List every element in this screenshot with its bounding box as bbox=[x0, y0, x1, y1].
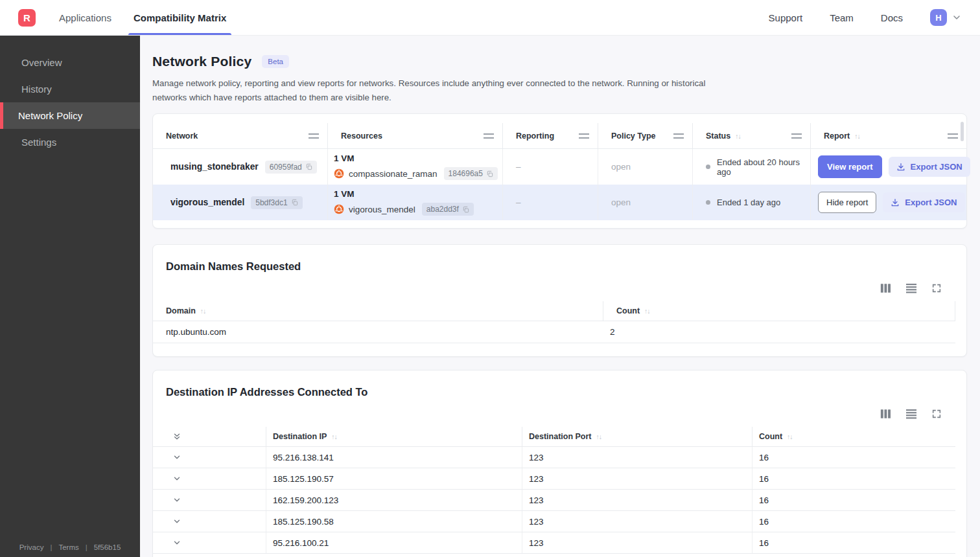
resource-name[interactable]: vigorous_mendel bbox=[349, 205, 415, 214]
copy-icon[interactable] bbox=[486, 170, 493, 177]
column-header-report[interactable]: Report bbox=[811, 123, 966, 148]
tab-applications[interactable]: Applications bbox=[54, 0, 117, 35]
ip-row[interactable]: 95.216.138.141 123 16 bbox=[153, 447, 955, 468]
chevron-down-icon[interactable] bbox=[172, 474, 181, 483]
ip-row[interactable]: 185.125.190.58 123 16 bbox=[153, 511, 955, 532]
column-header-domain[interactable]: Domain bbox=[153, 301, 603, 321]
column-resize-handle-icon[interactable] bbox=[948, 133, 958, 139]
column-header-network[interactable]: Network bbox=[153, 123, 328, 148]
network-id-badge[interactable]: 5bdf3dc1 bbox=[251, 196, 302, 209]
column-header-status[interactable]: Status bbox=[693, 123, 811, 148]
top-navbar: R Applications Compatibility Matrix Supp… bbox=[0, 0, 980, 36]
reporting-cell: – bbox=[503, 149, 598, 185]
hide-report-button[interactable]: Hide report bbox=[818, 192, 876, 213]
resource-name[interactable]: compassionate_raman bbox=[349, 169, 438, 179]
app-logo[interactable]: R bbox=[18, 9, 36, 27]
report-cell: Hide report Export JSON bbox=[811, 185, 974, 220]
user-menu[interactable]: H bbox=[930, 9, 962, 26]
sidebar-item-settings[interactable]: Settings bbox=[0, 129, 140, 155]
fullscreen-icon[interactable] bbox=[931, 409, 942, 419]
network-name: musing_stonebraker bbox=[166, 162, 259, 172]
sort-icon[interactable] bbox=[331, 433, 337, 440]
column-header-resources[interactable]: Resources bbox=[328, 123, 503, 148]
sidebar-item-history[interactable]: History bbox=[0, 76, 140, 102]
double-chevron-down-icon[interactable] bbox=[172, 432, 181, 441]
row-density-icon[interactable] bbox=[905, 409, 917, 419]
docs-link[interactable]: Docs bbox=[881, 12, 903, 23]
sort-icon[interactable] bbox=[854, 132, 860, 140]
column-resize-handle-icon[interactable] bbox=[579, 133, 589, 139]
chevron-down-icon[interactable] bbox=[172, 495, 181, 505]
chevron-down-icon[interactable] bbox=[172, 453, 181, 462]
copy-icon[interactable] bbox=[462, 206, 469, 213]
column-header-destination-ip[interactable]: Destination IP bbox=[266, 427, 522, 446]
resource-id-badge[interactable]: 184696a5 bbox=[444, 167, 498, 180]
avatar[interactable]: H bbox=[930, 9, 947, 26]
ip-row[interactable]: 162.159.200.123 123 16 bbox=[153, 490, 955, 511]
sort-icon[interactable] bbox=[644, 307, 650, 315]
footer-divider: | bbox=[86, 543, 88, 551]
domain-row[interactable]: ntp.ubuntu.com 2 bbox=[153, 321, 955, 343]
sort-icon[interactable] bbox=[200, 307, 206, 315]
export-json-button[interactable]: Export JSON bbox=[883, 192, 964, 212]
privacy-link[interactable]: Privacy bbox=[19, 543, 44, 551]
sort-icon[interactable] bbox=[735, 132, 741, 140]
status-cell: Ended 1 day ago bbox=[693, 185, 811, 220]
support-link[interactable]: Support bbox=[769, 12, 803, 23]
export-json-label: Export JSON bbox=[905, 198, 957, 207]
sidebar-item-overview[interactable]: Overview bbox=[0, 49, 140, 76]
networks-table-card: Network Resources Reporting Policy Type … bbox=[152, 113, 967, 229]
sort-icon[interactable] bbox=[596, 433, 602, 440]
table-scrollbar[interactable] bbox=[961, 122, 964, 141]
top-nav-right: Support Team Docs H bbox=[769, 9, 962, 26]
ip-row[interactable]: 95.216.100.21 123 16 bbox=[153, 532, 955, 554]
ip-row[interactable]: 185.125.190.57 123 16 bbox=[153, 468, 955, 490]
column-header-policy-type[interactable]: Policy Type bbox=[598, 123, 693, 148]
copy-icon[interactable] bbox=[305, 163, 312, 170]
column-label: Resources bbox=[341, 131, 382, 141]
columns-icon[interactable] bbox=[880, 409, 891, 419]
column-resize-handle-icon[interactable] bbox=[791, 133, 802, 139]
fullscreen-icon[interactable] bbox=[931, 283, 942, 293]
build-hash: 5f56b15 bbox=[94, 543, 121, 551]
column-header-destination-port[interactable]: Destination Port bbox=[522, 427, 752, 446]
export-json-button[interactable]: Export JSON bbox=[889, 157, 970, 177]
chevron-down-icon[interactable] bbox=[172, 538, 181, 547]
destination-port-cell: 123 bbox=[522, 511, 752, 532]
destination-port-cell: 123 bbox=[522, 532, 752, 553]
table-toolbar bbox=[153, 398, 966, 419]
network-cell: musing_stonebraker 60959fad bbox=[153, 149, 328, 185]
policy-type-cell: open bbox=[598, 185, 693, 220]
column-resize-handle-icon[interactable] bbox=[484, 133, 494, 139]
resource-id-badge[interactable]: aba2dd3f bbox=[422, 203, 474, 216]
row-density-icon[interactable] bbox=[905, 283, 917, 293]
column-header-count[interactable]: Count bbox=[603, 301, 955, 321]
main-content: Network Policy Beta Manage network polic… bbox=[140, 36, 980, 557]
column-resize-handle-icon[interactable] bbox=[309, 133, 319, 139]
column-header-expand-all[interactable] bbox=[153, 427, 266, 446]
network-row[interactable]: vigorous_mendel 5bdf3dc1 1 VM vigorous_m… bbox=[153, 185, 966, 220]
copy-icon[interactable] bbox=[291, 199, 298, 206]
column-label: Count bbox=[759, 432, 782, 441]
column-resize-handle-icon[interactable] bbox=[673, 133, 684, 139]
network-row[interactable]: musing_stonebraker 60959fad 1 VM compass… bbox=[153, 149, 966, 185]
chevron-down-icon[interactable] bbox=[172, 517, 181, 526]
network-id: 60959fad bbox=[270, 163, 302, 172]
policy-type-cell: open bbox=[598, 149, 693, 185]
view-report-button[interactable]: View report bbox=[818, 155, 882, 178]
column-header-count[interactable]: Count bbox=[752, 427, 955, 446]
column-header-reporting[interactable]: Reporting bbox=[503, 123, 598, 148]
column-label: Destination IP bbox=[273, 432, 327, 441]
sidebar: Overview History Network Policy Settings… bbox=[0, 36, 140, 557]
terms-link[interactable]: Terms bbox=[58, 543, 78, 551]
network-id-badge[interactable]: 60959fad bbox=[265, 161, 317, 174]
tab-compatibility-matrix[interactable]: Compatibility Matrix bbox=[128, 0, 231, 35]
team-link[interactable]: Team bbox=[830, 12, 854, 23]
count-cell: 16 bbox=[752, 532, 955, 553]
destination-ip-cell: 95.216.100.21 bbox=[266, 532, 522, 553]
sort-icon[interactable] bbox=[787, 433, 793, 440]
footer-divider: | bbox=[50, 543, 52, 551]
columns-icon[interactable] bbox=[880, 283, 891, 293]
reporting-cell: – bbox=[503, 185, 598, 220]
sidebar-item-network-policy[interactable]: Network Policy bbox=[0, 102, 140, 129]
